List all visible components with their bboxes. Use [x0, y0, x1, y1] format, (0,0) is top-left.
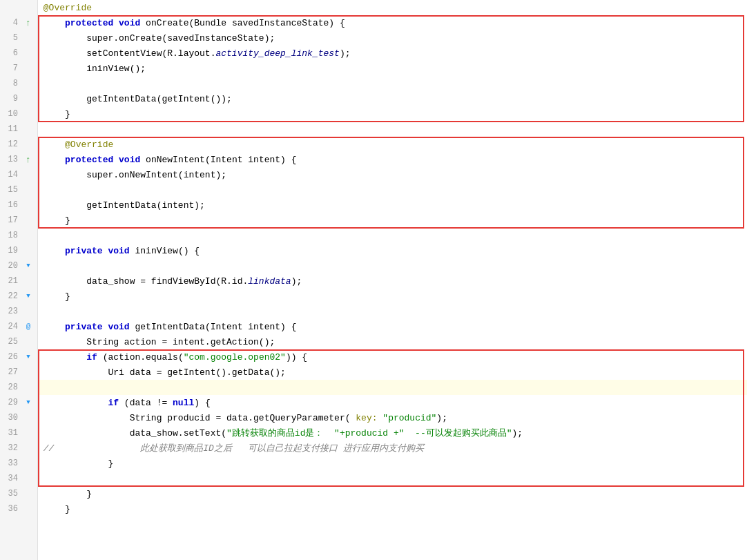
code-line: getIntentData(getIntent()); [38, 91, 747, 106]
gutter-icon: ▼ [22, 399, 35, 406]
gutter-row: 16 [0, 197, 37, 213]
gutter-row: 25 [0, 334, 37, 349]
gutter-row: 6 [0, 46, 37, 61]
code-line: ininView(); [38, 61, 747, 76]
gutter-row: 19 [0, 243, 37, 258]
code-line [38, 228, 747, 243]
code-line: getIntentData(intent); [38, 197, 747, 213]
line-number: 36 [0, 504, 22, 514]
gutter-icon: ▼ [22, 293, 35, 300]
gutter-row: 8 [0, 76, 37, 91]
line-number: 15 [0, 185, 22, 195]
code-line: data_show = findViewById(R.id.linkdata); [38, 273, 747, 289]
gutter-icon: ↑ [22, 155, 35, 165]
gutter-row: 20▼ [0, 258, 37, 273]
gutter-row [0, 0, 37, 15]
gutter-row: 35 [0, 486, 37, 501]
line-number: 28 [0, 383, 22, 392]
line-number: 11 [0, 124, 22, 134]
line-number: 20 [0, 261, 22, 271]
code-line: if (action.equals("com.google.open02")) … [38, 349, 747, 365]
code-line: @Override [38, 137, 747, 152]
gutter-row: 10 [0, 106, 37, 122]
line-number: 4 [0, 18, 22, 28]
code-line [38, 76, 747, 91]
code-line: } [38, 106, 747, 122]
line-number: 17 [0, 215, 22, 225]
code-line [38, 258, 747, 273]
code-line [38, 471, 747, 486]
gutter-row: 7 [0, 61, 37, 76]
line-number: 23 [0, 307, 22, 316]
code-line: protected void onNewIntent(Intent intent… [38, 152, 747, 167]
code-line: } [38, 289, 747, 304]
gutter-row: 34 [0, 471, 37, 486]
code-line: String action = intent.getAction(); [38, 334, 747, 349]
gutter-row: 22▼ [0, 289, 37, 304]
line-number: 22 [0, 291, 22, 301]
line-number: 6 [0, 48, 22, 58]
code-line: private void getIntentData(Intent intent… [38, 319, 747, 334]
line-number: 25 [0, 337, 22, 347]
line-number: 19 [0, 246, 22, 255]
gutter-row: 13↑ [0, 152, 37, 167]
line-number: 29 [0, 398, 22, 407]
line-number: 10 [0, 109, 22, 119]
gutter-icon: @ [22, 322, 35, 331]
line-number: 33 [0, 458, 22, 468]
gutter-row: 12 [0, 137, 37, 152]
gutter-row: 33 [0, 456, 37, 471]
line-gutter: 4↑5678910111213↑14151617181920▼2122▼2324… [0, 0, 38, 560]
line-number: 34 [0, 474, 22, 483]
gutter-row: 9 [0, 91, 37, 106]
code-line [38, 122, 747, 137]
gutter-row: 14 [0, 167, 37, 182]
editor: 4↑5678910111213↑14151617181920▼2122▼2324… [0, 0, 747, 560]
line-number: 9 [0, 94, 22, 104]
code-line: @Override [38, 0, 747, 15]
line-number: 31 [0, 428, 22, 438]
line-number: 24 [0, 322, 22, 331]
code-line: } [38, 213, 747, 228]
code-line: } [38, 486, 747, 501]
gutter-icon: ▼ [22, 354, 35, 360]
line-number: 27 [0, 367, 22, 377]
line-number: 35 [0, 489, 22, 499]
code-line: protected void onCreate(Bundle savedInst… [38, 15, 747, 30]
code-line: if (data != null) { [38, 395, 747, 410]
code-line: // 此处获取到商品ID之后 可以自己拉起支付接口 进行应用内支付购买 [38, 441, 747, 456]
line-number: 30 [0, 413, 22, 423]
gutter-row: 11 [0, 122, 37, 137]
line-number: 18 [0, 231, 22, 240]
line-number: 16 [0, 200, 22, 210]
code-line: private void ininView() { [38, 243, 747, 258]
code-line: Uri data = getIntent().getData(); [38, 365, 747, 380]
gutter-row: 28 [0, 380, 37, 395]
code-line [38, 304, 747, 319]
code-line: } [38, 501, 747, 516]
code-line: super.onCreate(savedInstanceState); [38, 30, 747, 46]
gutter-row: 18 [0, 228, 37, 243]
code-line: super.onNewIntent(intent); [38, 167, 747, 182]
gutter-row: 31 [0, 425, 37, 441]
line-number: 8 [0, 79, 22, 88]
code-line: setContentView(R.layout.activity_deep_li… [38, 46, 747, 61]
gutter-row: 5 [0, 30, 37, 46]
code-area[interactable]: @Override protected void onCreate(Bundle… [38, 0, 747, 560]
code-line: String producid = data.getQueryParameter… [38, 410, 747, 425]
gutter-row: 29▼ [0, 395, 37, 410]
gutter-row: 15 [0, 182, 37, 197]
code-line [38, 380, 747, 395]
line-number: 13 [0, 155, 22, 164]
line-number: 5 [0, 33, 22, 43]
code-line: data_show.setText("跳转获取的商品id是： "+produci… [38, 425, 747, 441]
gutter-row: 24@ [0, 319, 37, 334]
gutter-icon: ↑ [22, 18, 35, 28]
gutter-row: 32 [0, 441, 37, 456]
line-number: 7 [0, 64, 22, 73]
gutter-row: 4↑ [0, 15, 37, 30]
gutter-icon: ▼ [22, 262, 35, 269]
gutter-row: 30 [0, 410, 37, 425]
code-line [38, 182, 747, 197]
gutter-row: 21 [0, 273, 37, 289]
